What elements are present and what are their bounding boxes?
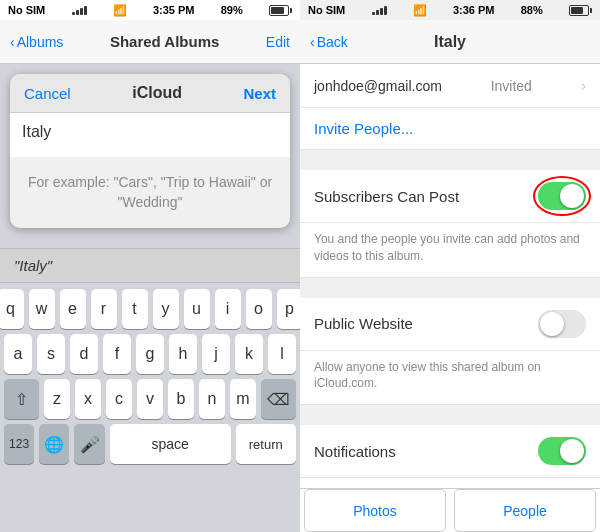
albums-title: Shared Albums	[110, 33, 219, 50]
section-gap-2	[300, 278, 600, 298]
albums-back-button[interactable]: ‹ Albums	[10, 34, 63, 50]
subscribers-toggle-wrapper	[538, 182, 586, 210]
key-b[interactable]: b	[168, 379, 194, 419]
signal-icon-right	[372, 6, 387, 15]
icloud-next-button[interactable]: Next	[243, 85, 276, 102]
key-q[interactable]: q	[0, 289, 24, 329]
tab-bar: Photos People	[300, 488, 600, 532]
key-s[interactable]: s	[37, 334, 65, 374]
albums-edit-button[interactable]: Edit	[266, 34, 290, 50]
mic-key[interactable]: 🎤	[74, 424, 104, 464]
numbers-key[interactable]: 123	[4, 424, 34, 464]
suggestion-bar[interactable]: "Italy"	[0, 248, 300, 283]
invite-people-button[interactable]: Invite People...	[300, 108, 600, 150]
emoji-key[interactable]: 🌐	[39, 424, 69, 464]
subscribers-can-post-desc: You and the people you invite can add ph…	[300, 223, 600, 278]
key-d[interactable]: d	[70, 334, 98, 374]
chevron-left-icon-right: ‹	[310, 34, 315, 50]
public-website-row: Public Website	[300, 298, 600, 351]
key-z[interactable]: z	[44, 379, 70, 419]
right-panel: No SIM 📶 3:36 PM 88% ‹ Back Italy jonhdo…	[300, 0, 600, 532]
subscribers-can-post-toggle[interactable]	[538, 182, 586, 210]
tab-photos[interactable]: Photos	[304, 489, 446, 532]
icloud-header: Cancel iCloud Next	[10, 74, 290, 113]
icloud-cancel-button[interactable]: Cancel	[24, 85, 71, 102]
key-l[interactable]: l	[268, 334, 296, 374]
right-navbar: ‹ Back Italy	[300, 20, 600, 64]
key-x[interactable]: x	[75, 379, 101, 419]
page-title: Italy	[434, 33, 466, 51]
icloud-modal: Cancel iCloud Next For example: "Cars", …	[10, 74, 290, 228]
subscribers-can-post-row: Subscribers Can Post	[300, 170, 600, 223]
key-o[interactable]: o	[246, 289, 272, 329]
toggle-knob-2	[540, 312, 564, 336]
notifications-toggle[interactable]	[538, 437, 586, 465]
status-bar-left: No SIM 📶 3:35 PM 89%	[0, 0, 300, 20]
content-area: jonhdoe@gmail.com Invited › Invite Peopl…	[300, 64, 600, 488]
battery-icon-left	[269, 5, 292, 16]
key-h[interactable]: h	[169, 334, 197, 374]
tab-people[interactable]: People	[454, 489, 596, 532]
toggle-knob-3	[560, 439, 584, 463]
key-k[interactable]: k	[235, 334, 263, 374]
key-r[interactable]: r	[91, 289, 117, 329]
section-gap-1	[300, 150, 600, 170]
key-c[interactable]: c	[106, 379, 132, 419]
section-gap-3	[300, 405, 600, 425]
key-j[interactable]: j	[202, 334, 230, 374]
tab-people-label: People	[503, 503, 547, 519]
email-row[interactable]: jonhdoe@gmail.com Invited ›	[300, 64, 600, 108]
notifications-desc: Show notifications when subscribers like…	[300, 478, 600, 488]
key-f[interactable]: f	[103, 334, 131, 374]
battery-left: 89%	[221, 4, 243, 16]
icloud-hint-text: For example: "Cars", "Trip to Hawaii" or…	[10, 157, 290, 228]
key-y[interactable]: y	[153, 289, 179, 329]
key-e[interactable]: e	[60, 289, 86, 329]
chevron-left-icon: ‹	[10, 34, 15, 50]
toggle-knob	[560, 184, 584, 208]
arrow-icon: ›	[581, 77, 586, 95]
notifications-label: Notifications	[314, 443, 396, 460]
public-website-desc: Allow anyone to view this shared album o…	[300, 351, 600, 406]
album-name-input[interactable]	[22, 123, 278, 141]
key-n[interactable]: n	[199, 379, 225, 419]
keyboard-row-1: q w e r t y u i o p	[4, 289, 296, 329]
status-bar-right: No SIM 📶 3:36 PM 88%	[300, 0, 600, 20]
key-w[interactable]: w	[29, 289, 55, 329]
back-label: Back	[317, 34, 348, 50]
keyboard-row-2: a s d f g h j k l	[4, 334, 296, 374]
key-a[interactable]: a	[4, 334, 32, 374]
albums-navbar: ‹ Albums Shared Albums Edit	[0, 20, 300, 64]
battery-right: 88%	[521, 4, 543, 16]
backspace-key[interactable]: ⌫	[261, 379, 296, 419]
wifi-icon-right: 📶	[413, 4, 427, 17]
key-v[interactable]: v	[137, 379, 163, 419]
signal-icon-left	[72, 6, 87, 15]
subscribers-can-post-label: Subscribers Can Post	[314, 188, 459, 205]
email-value: jonhdoe@gmail.com	[314, 78, 442, 94]
tab-photos-label: Photos	[353, 503, 397, 519]
battery-icon-right	[569, 5, 592, 16]
shift-key[interactable]: ⇧	[4, 379, 39, 419]
icloud-modal-title: iCloud	[132, 84, 182, 102]
public-website-toggle[interactable]	[538, 310, 586, 338]
keyboard-row-4: 123 🌐 🎤 space return	[4, 424, 296, 464]
key-i[interactable]: i	[215, 289, 241, 329]
key-t[interactable]: t	[122, 289, 148, 329]
space-key[interactable]: space	[110, 424, 231, 464]
key-u[interactable]: u	[184, 289, 210, 329]
suggestion-text: "Italy"	[14, 257, 52, 274]
key-m[interactable]: m	[230, 379, 256, 419]
return-key[interactable]: return	[236, 424, 296, 464]
back-button[interactable]: ‹ Back	[310, 34, 348, 50]
icloud-input-area[interactable]	[10, 113, 290, 157]
albums-back-label: Albums	[17, 34, 64, 50]
keyboard: q w e r t y u i o p a s d f g h j k l ⇧ …	[0, 283, 300, 532]
wifi-icon-left: 📶	[113, 4, 127, 17]
key-p[interactable]: p	[277, 289, 301, 329]
time-left: 3:35 PM	[153, 4, 195, 16]
keyboard-row-3: ⇧ z x c v b n m ⌫	[4, 379, 296, 419]
notifications-row: Notifications	[300, 425, 600, 478]
public-website-label: Public Website	[314, 315, 413, 332]
key-g[interactable]: g	[136, 334, 164, 374]
